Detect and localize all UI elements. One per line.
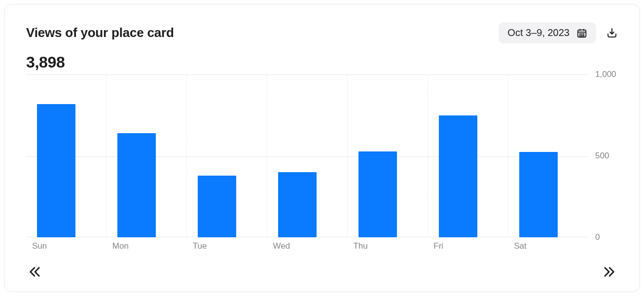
x-axis-label: Mon: [107, 241, 187, 251]
date-range-text: Oct 3–9, 2023: [507, 27, 570, 38]
total-value: 3,898: [26, 53, 618, 72]
prev-period-button[interactable]: [28, 265, 42, 279]
y-tick-mid: 500: [595, 151, 609, 161]
svg-point-7: [580, 35, 580, 36]
bar[interactable]: [439, 115, 477, 237]
download-icon: [606, 27, 618, 39]
svg-point-6: [583, 34, 584, 34]
bar-column: [267, 75, 348, 237]
bar-column: [428, 75, 508, 237]
next-period-button[interactable]: [602, 265, 616, 279]
card-title: Views of your place card: [26, 25, 174, 40]
nav-row: [26, 265, 618, 279]
x-axis-label: Tue: [187, 241, 267, 251]
bar-column: [187, 75, 267, 237]
bar-column: [348, 75, 428, 237]
bar-columns: [26, 75, 588, 237]
bar[interactable]: [37, 104, 75, 237]
x-axis-label: Sun: [26, 241, 107, 251]
chart: 1,000 500 0: [26, 74, 618, 237]
y-tick-top: 1,000: [595, 70, 616, 79]
y-tick-bottom: 0: [595, 232, 600, 242]
card-header: Views of your place card Oct 3–9, 2023: [26, 22, 618, 43]
bar-column: [508, 75, 588, 237]
x-axis-label: Wed: [267, 241, 348, 251]
bar[interactable]: [198, 176, 236, 237]
analytics-card: Views of your place card Oct 3–9, 2023: [4, 4, 640, 292]
chevron-double-left-icon: [28, 265, 42, 279]
svg-point-9: [583, 35, 584, 36]
x-axis: SunMonTueWedThuFriSat: [26, 241, 618, 251]
x-axis-label: Fri: [428, 241, 508, 251]
chevron-double-right-icon: [602, 265, 616, 279]
y-axis: 1,000 500 0: [588, 74, 618, 237]
svg-point-4: [580, 34, 580, 34]
plot-area: [26, 74, 588, 237]
svg-point-5: [581, 34, 582, 34]
download-button[interactable]: [606, 27, 618, 39]
bar[interactable]: [278, 172, 317, 237]
bar[interactable]: [519, 152, 558, 237]
header-controls: Oct 3–9, 2023: [499, 22, 618, 43]
x-axis-label: Sat: [508, 241, 588, 251]
bar-column: [26, 75, 107, 237]
bar[interactable]: [358, 151, 397, 237]
bar[interactable]: [117, 133, 156, 237]
date-range-picker[interactable]: Oct 3–9, 2023: [499, 22, 596, 43]
svg-point-8: [581, 35, 582, 36]
bar-column: [107, 75, 187, 237]
x-axis-label: Thu: [347, 241, 428, 251]
calendar-icon: [576, 28, 587, 38]
